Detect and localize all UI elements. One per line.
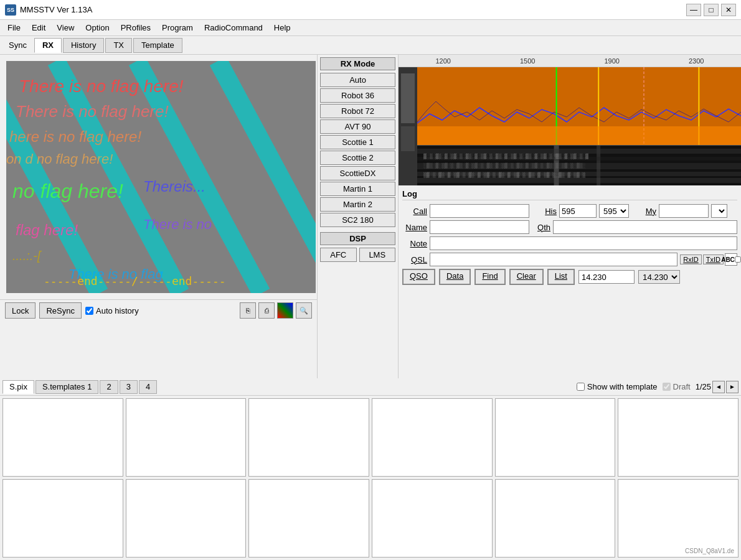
list-button[interactable]: List [547, 269, 575, 285]
note-input[interactable] [430, 236, 737, 250]
abc-check[interactable] [735, 256, 741, 263]
dsp-afc-button[interactable]: AFC [320, 248, 357, 262]
waterfall-svg [417, 67, 741, 145]
draft-checkbox[interactable] [663, 383, 671, 391]
waterfall-history-svg: ▓░▒░▓▒░▓░▒▓░▒░▓▒░▓░▒▓░▒░▓▒░▓░▒▓░▒░▓▒░▓░▒… [417, 146, 741, 185]
maximize-button[interactable]: □ [704, 4, 719, 16]
mode-robot72[interactable]: Robot 72 [320, 104, 395, 118]
bottom-tab-stemplates1[interactable]: S.templates 1 [35, 380, 99, 394]
frequency-dropdown[interactable]: 14.230 [638, 270, 680, 284]
tab-tx[interactable]: TX [105, 38, 132, 53]
minimize-button[interactable]: — [686, 4, 701, 16]
name-input[interactable] [430, 220, 529, 234]
tab-rx[interactable]: RX [34, 38, 62, 53]
menu-profiles[interactable]: PRofiles [116, 22, 156, 34]
clear-button[interactable]: Clear [509, 269, 544, 285]
waterfall-bottom: ▓░▒░▓▒░▓░▒▓░▒░▓▒░▓░▒▓░▒░▓▒░▓░▒▓░▒░▓▒░▓░▒… [417, 145, 741, 185]
abc-checkbox-icon[interactable]: ABC [725, 253, 737, 266]
menu-help[interactable]: Help [269, 22, 296, 34]
bottom-tab-3[interactable]: 3 [120, 380, 138, 394]
my-input[interactable] [659, 204, 709, 218]
svg-rect-29 [417, 149, 741, 154]
resync-button[interactable]: ReSync [39, 302, 82, 319]
thumbnail-cell-9[interactable] [248, 479, 369, 558]
paste-icon[interactable]: ⎙ [258, 302, 275, 319]
his-label: His [532, 207, 557, 216]
data-button[interactable]: Data [439, 269, 471, 285]
freq-mark-1500: 1500 [520, 57, 535, 65]
menu-file[interactable]: File [2, 22, 26, 34]
copy-icon[interactable]: ⎘ [240, 302, 256, 319]
qsl-label: QSL [402, 255, 427, 264]
mode-auto[interactable]: Auto [320, 73, 395, 87]
mode-martin2[interactable]: Martin 2 [320, 197, 395, 212]
mode-scottie1[interactable]: Scottie 1 [320, 135, 395, 149]
freq-mark-1200: 1200 [436, 57, 451, 65]
tab-history[interactable]: History [63, 38, 104, 53]
tab-template[interactable]: Template [133, 38, 182, 53]
menu-radiocommand[interactable]: RadioCommand [199, 22, 268, 34]
svg-text:on d no flag here!: on d no flag here! [6, 151, 113, 167]
qth-input[interactable] [553, 220, 737, 234]
auto-history-label[interactable]: Auto history [85, 306, 139, 315]
lock-button[interactable]: Lock [5, 302, 35, 319]
find-button[interactable]: Find [474, 269, 505, 285]
thumbnail-cell-12[interactable]: CSDN_Q8aV1.de [618, 479, 739, 558]
thumbnail-cell-1[interactable] [2, 398, 123, 477]
thumbnail-cell-10[interactable] [372, 479, 493, 558]
show-template-checkbox[interactable] [577, 383, 585, 391]
auto-history-checkbox[interactable] [85, 307, 93, 315]
thumbnail-cell-11[interactable] [495, 479, 616, 558]
thumbnail-cell-7[interactable] [2, 479, 123, 558]
frequency-input[interactable] [578, 270, 635, 284]
sstv-image: There is no flag here! There is no flag … [6, 61, 316, 293]
call-input[interactable] [430, 204, 529, 218]
mode-martin1[interactable]: Martin 1 [320, 182, 395, 196]
sstv-panel: There is no flag here! There is no flag … [0, 55, 318, 378]
title-left: SS MMSSTV Ver 1.13A [5, 4, 92, 16]
bottom-tab-2[interactable]: 2 [100, 380, 118, 394]
color-icon[interactable] [277, 302, 293, 319]
his-input[interactable] [559, 204, 597, 218]
spectrum-area: 1200 1500 1900 2300 [399, 55, 741, 185]
dsp-lms-button[interactable]: LMS [359, 248, 396, 262]
thumbnail-cell-6[interactable] [618, 398, 739, 477]
tab-sync[interactable]: Sync [2, 38, 33, 53]
main-content: There is no flag here! There is no flag … [0, 55, 741, 560]
thumbnail-cell-2[interactable] [126, 398, 247, 477]
menu-edit[interactable]: Edit [27, 22, 50, 34]
thumbnail-cell-5[interactable] [495, 398, 616, 477]
bottom-tab-spix[interactable]: S.pix [2, 380, 34, 394]
note-label: Note [402, 239, 427, 248]
menu-option[interactable]: Option [80, 22, 114, 34]
txid-button[interactable]: TxID [703, 254, 724, 264]
close-button[interactable]: ✕ [721, 4, 736, 16]
qsl-input[interactable] [430, 253, 677, 266]
search-icon[interactable]: 🔍 [296, 302, 312, 319]
rxid-button[interactable]: RxID [680, 254, 701, 264]
mode-avt90[interactable]: AVT 90 [320, 119, 395, 134]
his-dropdown[interactable]: 595 579 599 [599, 204, 629, 218]
thumbnail-cell-4[interactable] [372, 398, 493, 477]
mode-scottie2[interactable]: Scottie 2 [320, 151, 395, 165]
show-template-label[interactable]: Show with template [577, 382, 658, 391]
draft-label[interactable]: Draft [663, 382, 691, 391]
my-dropdown[interactable] [711, 204, 727, 218]
page-prev-button[interactable]: ◄ [712, 381, 725, 393]
my-label: My [631, 207, 656, 216]
page-info: 1/25 [696, 382, 711, 391]
mode-robot36[interactable]: Robot 36 [320, 88, 395, 103]
qso-button[interactable]: QSO [402, 269, 435, 285]
thumbnail-cell-8[interactable] [126, 479, 247, 558]
bottom-tab-4[interactable]: 4 [139, 380, 157, 394]
mode-sc2180[interactable]: SC2 180 [320, 213, 395, 227]
menu-program[interactable]: Program [157, 22, 198, 34]
dsp-label: DSP [320, 232, 395, 245]
mode-scottiedx[interactable]: ScottieDX [320, 166, 395, 180]
svg-text:here is no flag here!: here is no flag here! [9, 128, 141, 145]
page-next-button[interactable]: ► [726, 381, 739, 393]
qth-label: Qth [532, 223, 550, 232]
menu-view[interactable]: View [52, 22, 79, 34]
svg-text:There is no flag here!: There is no flag here! [16, 102, 169, 121]
thumbnail-cell-3[interactable] [248, 398, 369, 477]
